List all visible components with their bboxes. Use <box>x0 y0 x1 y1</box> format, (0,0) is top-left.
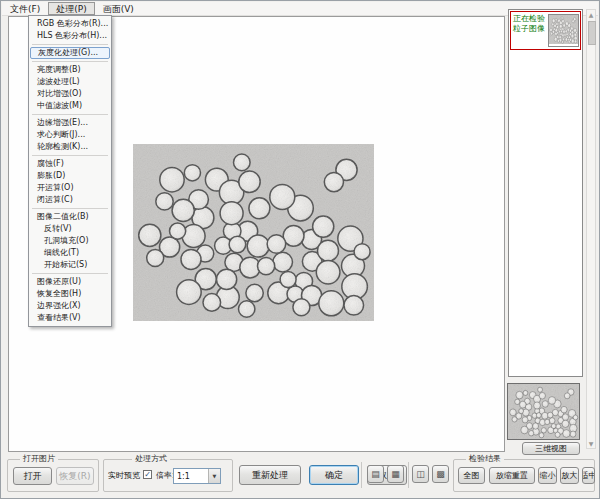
list-item-label: 正在检验 粒子图像 <box>511 12 547 49</box>
menu-separator <box>32 44 108 45</box>
scroll-up-icon[interactable]: ▲ <box>587 10 595 19</box>
ok-button[interactable]: 确定 <box>309 465 359 485</box>
image-list[interactable]: 正在检验 粒子图像 <box>508 9 583 377</box>
ratio-select[interactable]: 1:1 ▼ <box>173 468 221 484</box>
specimen-image <box>133 144 374 321</box>
menu-item[interactable]: 求心判断(J)... <box>29 129 111 141</box>
menu-item[interactable]: 孔洞填充(O) <box>29 235 111 247</box>
menu-item[interactable]: 灰度化处理(G)... <box>30 47 110 59</box>
result-button-3[interactable]: 放大 <box>560 467 579 484</box>
ratio-label: 倍率: <box>156 471 175 481</box>
process-mode-group-label: 处理方式 <box>132 454 170 464</box>
toolbar-divider <box>408 462 409 488</box>
menu-item[interactable]: HLS 色彩分布(H)... <box>29 30 111 42</box>
menu-item[interactable]: 边界强化(X) <box>29 300 111 312</box>
result-button-0[interactable]: 全图 <box>458 467 485 484</box>
checkmark-icon: ✓ <box>144 470 151 479</box>
menu-item[interactable]: 查看结果(V) <box>29 312 111 324</box>
histogram-tool-button[interactable]: ▤ <box>367 465 384 483</box>
open-image-group-label: 打开图片 <box>20 454 58 464</box>
list-item-selected[interactable]: 正在检验 粒子图像 <box>510 11 581 50</box>
menu-item[interactable]: 开运算(O) <box>29 182 111 194</box>
menu-item[interactable]: 边缘增强(E)... <box>29 117 111 129</box>
menu-item[interactable]: 图像还原(U) <box>29 276 111 288</box>
open-button[interactable]: 打开 <box>13 467 52 485</box>
menu-item[interactable]: 细线化(T) <box>29 247 111 259</box>
menubar-item-process-menu[interactable]: 处理(P) <box>48 2 94 15</box>
result-button-4[interactable]: 适中 <box>582 467 595 484</box>
menu-item[interactable]: 膨胀(D) <box>29 170 111 182</box>
menu-item[interactable]: 轮廓检测(K)... <box>29 141 111 153</box>
live-preview-checkbox[interactable]: ✓ <box>143 470 152 479</box>
menu-item[interactable]: 开始标记(S) <box>29 259 111 271</box>
result-button-2[interactable]: 缩小 <box>538 467 557 484</box>
menu-separator <box>32 273 108 274</box>
scrollbar-thumb[interactable] <box>588 21 596 45</box>
palette-tool-button[interactable]: ▦ <box>387 465 404 483</box>
list-item-line2: 粒子图像 <box>513 24 546 34</box>
preview-thumbnail[interactable] <box>507 383 580 440</box>
process-menu-dropdown: RGB 色彩分布(R)...HLS 色彩分布(H)...灰度化处理(G)...亮… <box>28 15 112 327</box>
menubar-item-file-menu[interactable]: 文件(F) <box>2 2 48 15</box>
grid-tool-button[interactable]: ▩ <box>432 465 449 483</box>
menu-separator <box>32 114 108 115</box>
menu-item[interactable]: 反转(V) <box>29 223 111 235</box>
live-preview-label: 实时预览 <box>108 471 140 481</box>
restore-button[interactable]: 恢复(R) <box>56 467 94 485</box>
scroll-down-icon[interactable]: ▼ <box>587 439 595 448</box>
list-item-thumbnail <box>548 14 579 47</box>
ratio-select-value: 1:1 <box>174 472 208 481</box>
reprocess-button[interactable]: 重新处理 <box>239 465 301 485</box>
compare-tool-button[interactable]: ◫ <box>412 465 429 483</box>
menubar-item-view-menu[interactable]: 画面(V) <box>95 2 142 15</box>
menu-item[interactable]: 亮度调整(B) <box>29 64 111 76</box>
menu-separator <box>32 208 108 209</box>
list-item-line1: 正在检验 <box>513 14 546 24</box>
sidebar-scrollbar[interactable]: ▲ ▼ <box>586 9 596 449</box>
menu-item[interactable]: 对比增强(O) <box>29 88 111 100</box>
menu-separator <box>32 61 108 62</box>
app-window: 文件(F)处理(P)画面(V) RGB 色彩分布(R)...HLS 色彩分布(H… <box>0 0 600 499</box>
menu-item[interactable]: RGB 色彩分布(R)... <box>29 18 111 30</box>
result-button-1[interactable]: 放缩重置 <box>489 467 535 484</box>
preview-button[interactable]: 三维视图 <box>522 442 580 455</box>
menu-item[interactable]: 中值滤波(M) <box>29 100 111 112</box>
result-group-label: 检验结果 <box>466 454 504 464</box>
menu-item[interactable]: 腐蚀(F) <box>29 158 111 170</box>
menu-item[interactable]: 恢复全图(H) <box>29 288 111 300</box>
menu-item[interactable]: 滤波处理(L) <box>29 76 111 88</box>
chevron-down-icon[interactable]: ▼ <box>208 469 220 483</box>
menu-separator <box>32 155 108 156</box>
menu-item[interactable]: 闭运算(C) <box>29 194 111 206</box>
toolbar-divider <box>361 462 362 488</box>
menu-item[interactable]: 图像二值化(B) <box>29 211 111 223</box>
